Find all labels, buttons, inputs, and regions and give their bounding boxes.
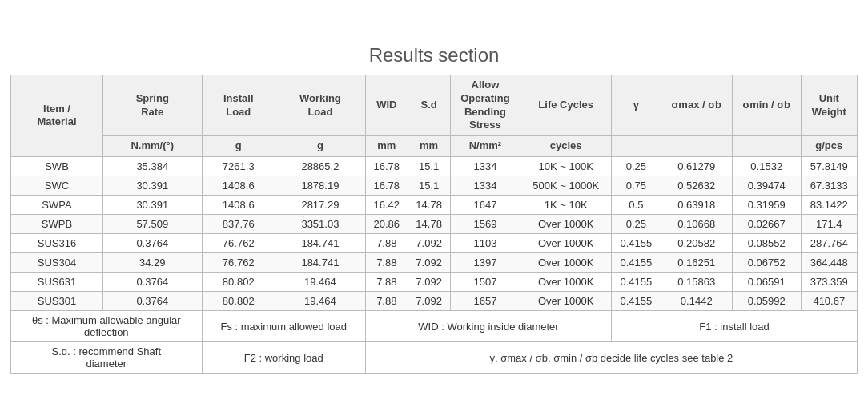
table-cell: 28865.2 (275, 157, 365, 176)
table-cell: 373.359 (801, 273, 857, 292)
table-cell: 30.391 (103, 196, 203, 215)
table-cell: 0.15863 (661, 273, 732, 292)
table-cell: Over 1000K (520, 292, 612, 311)
table-cell: 1507 (450, 273, 520, 292)
col-header-spring-rate: SpringRate (103, 75, 203, 136)
footer-wid: WID : Working inside diameter (365, 311, 611, 342)
col-unit-weight: g/pcs (801, 136, 857, 157)
header-row-1: Item /Material SpringRate InstallLoad Wo… (11, 75, 858, 136)
table-row: SWPA30.3911408.62817.2916.4214.7816471K … (11, 196, 858, 215)
table-cell: 0.3764 (103, 273, 203, 292)
table-cell: 184.741 (275, 234, 365, 253)
table-row: SWB35.3847261.328865.216.7815.1133410K ~… (11, 157, 858, 176)
table-cell: 0.52632 (661, 176, 732, 196)
table-cell: 1647 (450, 196, 520, 215)
table-cell: 0.4155 (612, 292, 661, 311)
table-cell: 3351.03 (275, 215, 365, 234)
col-header-sigmin: σmin / σb (732, 75, 801, 136)
footer-fs: Fs : maximum allowed load (202, 311, 365, 342)
table-cell: 1569 (450, 215, 520, 234)
footer-sd: S.d. : recommend Shaftdiameter (11, 342, 203, 374)
table-cell: 1408.6 (202, 196, 275, 215)
table-cell: 15.1 (408, 176, 450, 196)
table-cell: 287.764 (801, 234, 857, 253)
footer-f1: F1 : install load (612, 311, 858, 342)
table-cell: 0.4155 (612, 234, 661, 253)
table-cell: Over 1000K (520, 253, 612, 273)
table-cell: 1334 (450, 176, 520, 196)
col-unit-install-load: g (202, 136, 275, 157)
table-cell: 364.448 (801, 253, 857, 273)
table-cell: 0.25 (612, 157, 661, 176)
results-table: Item /Material SpringRate InstallLoad Wo… (10, 75, 858, 374)
table-cell: 1657 (450, 292, 520, 311)
table-cell: 76.762 (202, 253, 275, 273)
col-header-life-cycles: Life Cycles (520, 75, 612, 136)
col-unit-wid: mm (365, 136, 408, 157)
table-cell: 80.802 (202, 273, 275, 292)
table-cell: SWPA (11, 196, 103, 215)
table-cell: 10K ~ 100K (520, 157, 612, 176)
col-header-item: Item /Material (11, 75, 103, 156)
table-cell: 14.78 (408, 215, 450, 234)
table-cell: 83.1422 (801, 196, 857, 215)
col-header-bending-stress: AllowOperatingBendingStress (450, 75, 520, 136)
table-cell: 16.78 (365, 157, 408, 176)
table-row: SWPB57.509837.763351.0320.8614.781569Ove… (11, 215, 858, 234)
table-cell: 80.802 (202, 292, 275, 311)
table-cell: 500K ~ 1000K (520, 176, 612, 196)
col-header-sd: S.d (408, 75, 450, 136)
table-cell: 35.384 (103, 157, 203, 176)
table-cell: 76.762 (202, 234, 275, 253)
table-cell: Over 1000K (520, 234, 612, 253)
table-cell: 7.88 (365, 234, 408, 253)
table-cell: SUS304 (11, 253, 103, 273)
table-cell: 0.20582 (661, 234, 732, 253)
table-cell: SUS631 (11, 273, 103, 292)
table-cell: 837.76 (202, 215, 275, 234)
table-row: SUS6310.376480.80219.4647.887.0921507Ove… (11, 273, 858, 292)
table-cell: 0.63918 (661, 196, 732, 215)
col-header-wid: WID (365, 75, 408, 136)
table-cell: 15.1 (408, 157, 450, 176)
footer-gamma-note: γ, σmax / σb, σmin / σb decide life cycl… (365, 342, 857, 374)
table-cell: 7261.3 (202, 157, 275, 176)
table-cell: 0.3764 (103, 292, 203, 311)
table-cell: 171.4 (801, 215, 857, 234)
table-cell: 1878.19 (275, 176, 365, 196)
col-header-sigmax: σmax / σb (661, 75, 732, 136)
table-cell: 0.4155 (612, 253, 661, 273)
table-cell: 0.39474 (732, 176, 801, 196)
table-cell: 7.092 (408, 253, 450, 273)
table-cell: Over 1000K (520, 215, 612, 234)
table-cell: 0.16251 (661, 253, 732, 273)
table-row: SUS3160.376476.762184.7417.887.0921103Ov… (11, 234, 858, 253)
table-cell: 7.092 (408, 273, 450, 292)
footer-row-1: θs : Maximum allowable angulardeflection… (11, 311, 858, 342)
table-cell: SWC (11, 176, 103, 196)
table-cell: SWB (11, 157, 103, 176)
table-cell: 0.1532 (732, 157, 801, 176)
table-cell: 1408.6 (202, 176, 275, 196)
table-cell: 57.509 (103, 215, 203, 234)
table-body: SWB35.3847261.328865.216.7815.1133410K ~… (11, 157, 858, 311)
col-header-gamma: γ (612, 75, 661, 136)
table-cell: 19.464 (275, 273, 365, 292)
table-cell: 0.1442 (661, 292, 732, 311)
col-unit-sigmin (732, 136, 801, 157)
col-unit-bending: N/mm² (450, 136, 520, 157)
col-header-working-load: WorkingLoad (275, 75, 365, 136)
table-cell: 30.391 (103, 176, 203, 196)
table-cell: Over 1000K (520, 273, 612, 292)
table-cell: 0.3764 (103, 234, 203, 253)
table-row: SUS3010.376480.80219.4647.887.0921657Ove… (11, 292, 858, 311)
table-cell: 57.8149 (801, 157, 857, 176)
table-cell: 16.42 (365, 196, 408, 215)
table-cell: SUS301 (11, 292, 103, 311)
table-cell: 16.78 (365, 176, 408, 196)
col-unit-sigmax (661, 136, 732, 157)
page-title: Results section (10, 34, 858, 75)
header-row-2: N.mm/(°) g g mm mm N/mm² cycles g/pcs (11, 136, 858, 157)
table-cell: 7.092 (408, 292, 450, 311)
table-cell: 0.05992 (732, 292, 801, 311)
